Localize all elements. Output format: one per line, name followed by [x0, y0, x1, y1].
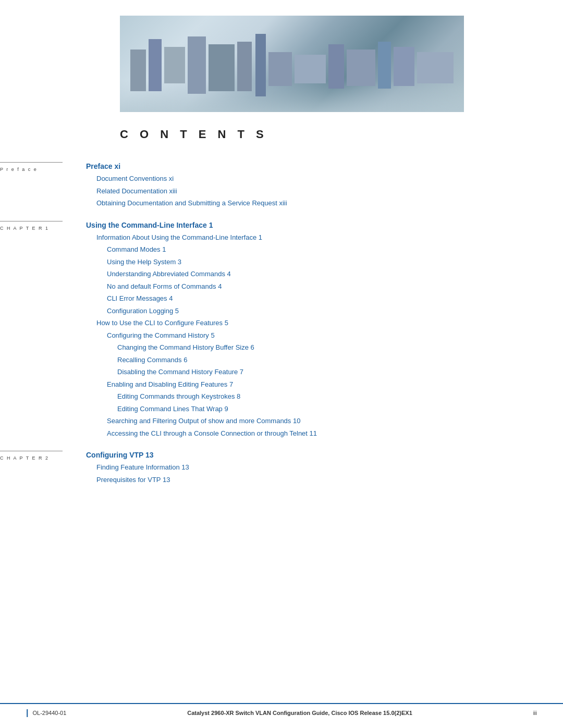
ch1-item-3[interactable]: Understanding Abbreviated Commands 4: [107, 269, 563, 279]
footer-pipe: |: [26, 708, 28, 718]
preface-item-0[interactable]: Document Conventions xi: [96, 174, 563, 184]
preface-item-1[interactable]: Related Documentation xiii: [96, 186, 563, 196]
chapter2-label: C H A P T E R 2: [0, 455, 86, 461]
preface-title-link[interactable]: Preface xi: [86, 162, 120, 170]
footer: | OL-29440-01 Catalyst 2960-XR Switch VL…: [0, 703, 563, 718]
ch1-item-15[interactable]: Searching and Filtering Output of show a…: [107, 416, 563, 426]
preface-label: P r e f a c e: [0, 167, 86, 172]
chapter2-right-col: Configuring VTP 13 Finding Feature Infor…: [86, 451, 563, 487]
ch1-item-0[interactable]: Information About Using the Command-Line…: [96, 232, 563, 243]
chapter1-section: C H A P T E R 1 Using the Command-Line I…: [0, 221, 563, 441]
chapter2-left-col: C H A P T E R 2: [0, 451, 86, 487]
ch1-item-13[interactable]: Editing Commands through Keystrokes 8: [117, 391, 563, 402]
preface-title[interactable]: Preface xi: [86, 162, 563, 170]
footer-page: iii: [533, 710, 537, 716]
ch1-item-10[interactable]: Recalling Commands 6: [117, 355, 563, 365]
ch1-item-16[interactable]: Accessing the CLI through a Console Conn…: [107, 428, 563, 439]
ch2-item-0[interactable]: Finding Feature Information 13: [96, 462, 563, 473]
ch1-item-12[interactable]: Enabling and Disabling Editing Features …: [107, 379, 563, 390]
chapter2-title[interactable]: Configuring VTP 13: [86, 451, 563, 459]
ch1-item-2[interactable]: Using the Help System 3: [107, 257, 563, 267]
chapter1-left-col: C H A P T E R 1: [0, 221, 86, 441]
ch1-item-5[interactable]: CLI Error Messages 4: [107, 293, 563, 304]
page-title: C O N T E N T S: [120, 128, 563, 141]
chapter1-label: C H A P T E R 1: [0, 226, 86, 231]
preface-section: P r e f a c e Preface xi Document Conven…: [0, 162, 563, 211]
chapter2-title-link[interactable]: Configuring VTP 13: [86, 451, 154, 459]
chapter2-section: C H A P T E R 2 Configuring VTP 13 Findi…: [0, 451, 563, 487]
ch1-item-11[interactable]: Disabling the Command History Feature 7: [117, 367, 563, 377]
preface-left-col: P r e f a c e: [0, 162, 86, 211]
ch2-item-1[interactable]: Prerequisites for VTP 13: [96, 475, 563, 485]
chapter1-divider: [0, 221, 63, 221]
ch1-item-9[interactable]: Changing the Command History Buffer Size…: [117, 342, 563, 353]
header-image: [120, 16, 464, 112]
footer-left: | OL-29440-01: [26, 708, 66, 718]
ch1-item-14[interactable]: Editing Command Lines That Wrap 9: [117, 404, 563, 414]
ch1-item-1[interactable]: Command Modes 1: [107, 244, 563, 255]
chapter2-divider: [0, 451, 63, 451]
preface-right-col: Preface xi Document Conventions xi Relat…: [86, 162, 563, 211]
ch1-item-6[interactable]: Configuration Logging 5: [107, 306, 563, 316]
ch1-item-7[interactable]: How to Use the CLI to Configure Features…: [96, 318, 563, 328]
preface-item-2[interactable]: Obtaining Documentation and Submitting a…: [96, 198, 563, 208]
skyline-decoration: [120, 34, 464, 96]
ch1-item-8[interactable]: Configuring the Command History 5: [107, 330, 563, 341]
preface-divider: [0, 162, 63, 163]
chapter1-title[interactable]: Using the Command-Line Interface 1: [86, 221, 563, 229]
chapter1-right-col: Using the Command-Line Interface 1 Infor…: [86, 221, 563, 441]
footer-doc-number: OL-29440-01: [32, 710, 66, 716]
footer-center: Catalyst 2960-XR Switch VLAN Configurati…: [66, 710, 533, 716]
chapter1-title-link[interactable]: Using the Command-Line Interface 1: [86, 221, 213, 229]
footer-title: Catalyst 2960-XR Switch VLAN Configurati…: [187, 710, 412, 716]
ch1-item-4[interactable]: No and default Forms of Commands 4: [107, 281, 563, 292]
